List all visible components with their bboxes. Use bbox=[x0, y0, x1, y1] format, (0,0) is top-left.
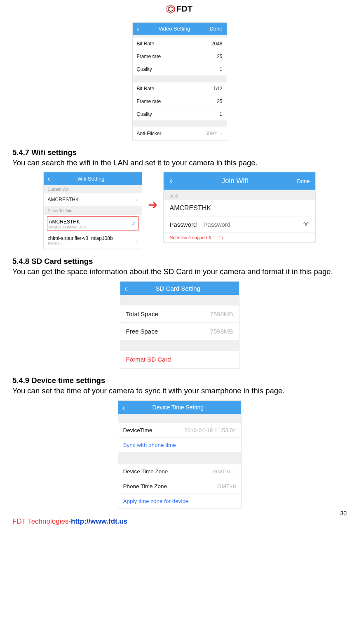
brand-text: FDT bbox=[176, 4, 192, 14]
done-button[interactable]: Done bbox=[297, 178, 310, 184]
row-quality-sub[interactable]: Quality 1 bbox=[133, 108, 227, 121]
row-password[interactable]: Password 👁 bbox=[164, 216, 315, 233]
navbar-title: Device Time Setting bbox=[125, 404, 231, 411]
navbar-sdcard: ‹ SD Card Setting bbox=[120, 282, 239, 295]
navbar-title: Video Setting bbox=[139, 26, 210, 32]
label-current-wifi: Current Wifi bbox=[44, 185, 142, 193]
doc-header: FDT bbox=[12, 0, 347, 18]
figure-video-setting: ‹ Video Setting Done Bit Rate 2048 Frame… bbox=[12, 22, 347, 141]
back-icon[interactable]: ‹ bbox=[169, 176, 172, 186]
panel-sdcard: ‹ SD Card Setting Total Space 7598MB Fre… bbox=[120, 281, 239, 369]
password-input[interactable] bbox=[203, 221, 269, 228]
row-phone-tz: Phone Time Zone GMT+8 bbox=[118, 479, 241, 494]
row-ssid-value: AMCRESTHK bbox=[164, 200, 315, 216]
navbar-title: Join Wifi bbox=[173, 177, 297, 185]
back-icon[interactable]: ‹ bbox=[124, 284, 127, 292]
eye-icon[interactable]: 👁 bbox=[303, 221, 310, 228]
navbar-title: Wifi Setting bbox=[50, 176, 132, 182]
footer-url[interactable]: http://www.fdt.us bbox=[71, 517, 127, 525]
chevron-right-icon: › bbox=[136, 237, 138, 243]
row-device-time: DeviceTime 2016-04-19 11:53:04 bbox=[118, 423, 241, 438]
heading-548: 5.4.8 SD Card settings bbox=[12, 257, 347, 266]
chevron-right-icon: › bbox=[221, 131, 223, 136]
navbar-device-time: ‹ Device Time Setting bbox=[118, 401, 241, 414]
brand-logo: FDT bbox=[167, 4, 192, 14]
check-icon: ✓ bbox=[131, 220, 136, 227]
label-press-to-join: Press To Join bbox=[44, 206, 142, 215]
done-button[interactable]: Done bbox=[209, 26, 222, 32]
page-number: 30 bbox=[340, 510, 347, 517]
navbar-title: SD Card Setting bbox=[127, 285, 229, 292]
panel-video-setting: ‹ Video Setting Done Bit Rate 2048 Frame… bbox=[132, 22, 227, 141]
section-547: 5.4.7 Wifi settings You can search the w… bbox=[12, 148, 347, 168]
chevron-right-icon: › bbox=[136, 197, 138, 202]
row-free-space: Free Space 7598MB bbox=[120, 323, 239, 340]
heading-547: 5.4.7 Wifi settings bbox=[12, 148, 347, 157]
row-anti-flicker[interactable]: Anti-Flicker 50Hz › bbox=[133, 127, 227, 140]
section-548: 5.4.8 SD Card settings You can get the s… bbox=[12, 257, 347, 277]
wifi-option-selected[interactable]: AMCRESTHK singal:100 WPA2_AES ✓ bbox=[47, 216, 138, 230]
panel-join-wifi: ‹ Join Wifi Done ssid AMCRESTHK Password… bbox=[163, 172, 316, 243]
label-ssid: ssid bbox=[164, 190, 315, 200]
row-framerate-main[interactable]: Frame rate 25 bbox=[133, 50, 227, 63]
back-icon[interactable]: ‹ bbox=[122, 403, 125, 411]
hexagon-icon bbox=[167, 5, 175, 14]
row-device-tz[interactable]: Device Time Zone GMT-6 › bbox=[118, 464, 241, 479]
password-note: Note:Don't support & = ' " \ bbox=[164, 233, 315, 242]
figure-wifi: ‹ Wifi Setting Current Wifi AMCRESTHK › … bbox=[12, 172, 347, 249]
figure-device-time: ‹ Device Time Setting DeviceTime 2016-04… bbox=[12, 400, 347, 509]
row-quality-main[interactable]: Quality 1 bbox=[133, 63, 227, 76]
arrow-right-icon: ➔ bbox=[148, 172, 157, 238]
format-sd-button[interactable]: Format SD Card bbox=[120, 351, 239, 368]
wifi-option-other[interactable]: zhimi-airpurifier-v3_miap108b singal:83 … bbox=[44, 232, 142, 249]
body-549: You can set the time of your camera to s… bbox=[12, 386, 347, 396]
navbar-join-wifi: ‹ Join Wifi Done bbox=[164, 172, 315, 190]
sync-phone-time-button[interactable]: Sync with phone time bbox=[118, 438, 241, 453]
row-total-space: Total Space 7598MB bbox=[120, 306, 239, 323]
body-548: You can get the space information about … bbox=[12, 267, 347, 277]
navbar-wifi-setting: ‹ Wifi Setting bbox=[44, 172, 142, 185]
row-framerate-sub[interactable]: Frame rate 25 bbox=[133, 95, 227, 108]
body-547: You can search the wifi in the LAN and s… bbox=[12, 158, 347, 168]
doc-footer: FDT Technologies-http://www.fdt.us bbox=[12, 517, 347, 526]
navbar-video-setting: ‹ Video Setting Done bbox=[133, 23, 227, 35]
row-current-wifi[interactable]: AMCRESTHK › bbox=[44, 193, 142, 206]
footer-company: FDT Technologies bbox=[12, 517, 68, 525]
apply-tz-button[interactable]: Apply time zone for device bbox=[118, 494, 241, 509]
svg-marker-1 bbox=[168, 7, 173, 12]
row-bitrate-sub[interactable]: Bit Rate 512 bbox=[133, 82, 227, 95]
chevron-right-icon: › bbox=[234, 468, 236, 475]
panel-wifi-setting: ‹ Wifi Setting Current Wifi AMCRESTHK › … bbox=[43, 172, 142, 249]
row-bitrate-main[interactable]: Bit Rate 2048 bbox=[133, 38, 227, 50]
panel-device-time: ‹ Device Time Setting DeviceTime 2016-04… bbox=[118, 400, 242, 509]
heading-549: 5.4.9 Device time settings bbox=[12, 376, 347, 385]
section-549: 5.4.9 Device time settings You can set t… bbox=[12, 376, 347, 396]
figure-sdcard: ‹ SD Card Setting Total Space 7598MB Fre… bbox=[12, 281, 347, 369]
